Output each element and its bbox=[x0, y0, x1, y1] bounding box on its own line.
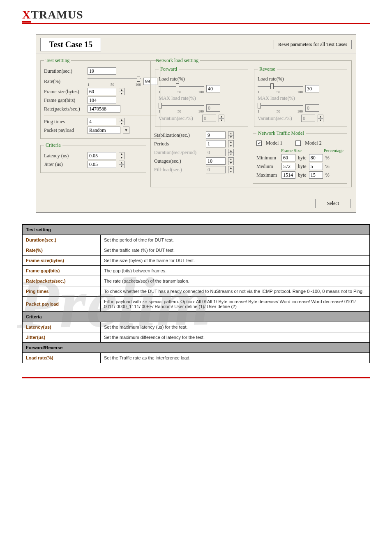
table-row: Rate(%)Set the traffic rate (%) for DUT … bbox=[23, 245, 370, 256]
group-network: Network load settting Forward Load rate(… bbox=[150, 58, 352, 187]
label-frame-gap: Frame gap(bits) bbox=[44, 97, 85, 104]
input-jitter[interactable] bbox=[88, 161, 116, 168]
description-table: Test setting Duration(sec.)Set the perio… bbox=[22, 224, 370, 363]
brand-logo: XTRAMUS bbox=[22, 8, 370, 21]
hdr-forward: Forward/Reverse bbox=[23, 343, 370, 353]
label-max: Maximum bbox=[256, 172, 279, 178]
group-test-setting: Test settting Duration(sec.) Rate(%) bbox=[40, 58, 161, 139]
spinner-jitter[interactable]: ▲▼ bbox=[119, 161, 125, 168]
table-row: Duration(sec.)Set the period of time for… bbox=[23, 235, 370, 245]
header-rule bbox=[22, 23, 370, 24]
input-fwd-load[interactable] bbox=[206, 85, 220, 92]
slider-fwd-max bbox=[159, 103, 204, 108]
spinner-stab[interactable]: ▲▼ bbox=[228, 131, 234, 139]
slider-fwd-load[interactable] bbox=[159, 83, 204, 89]
input-frame-size[interactable] bbox=[88, 88, 116, 95]
table-row: Frame size(bytes)Set the size (bytes) of… bbox=[23, 256, 370, 266]
checkbox-model2[interactable] bbox=[295, 140, 301, 146]
label-ping: Ping times bbox=[44, 119, 85, 125]
input-fwd-max bbox=[206, 104, 220, 112]
slider-rate[interactable] bbox=[88, 76, 141, 82]
legend-criteria: Criteria bbox=[44, 142, 62, 148]
label-payload: Packet payload bbox=[44, 127, 85, 134]
label-latency: Latency (us) bbox=[44, 153, 85, 159]
checkbox-model1[interactable]: ✔ bbox=[256, 140, 262, 146]
input-out[interactable] bbox=[206, 157, 226, 165]
group-reverse: Reverse Load rate(%) 1 50 100 bbox=[254, 66, 347, 127]
chevron-down-icon[interactable]: ▼ bbox=[123, 127, 129, 134]
spinner-rev-var: ▲▼ bbox=[318, 115, 323, 122]
legend-test-setting: Test settting bbox=[44, 58, 71, 64]
input-min-fs[interactable] bbox=[281, 154, 295, 161]
spinner-dpp: ▲▼ bbox=[228, 149, 234, 156]
hdr-test-setting: Test setting bbox=[23, 225, 370, 235]
label-fwd-load: Load rate(%) bbox=[159, 76, 185, 82]
input-rev-load[interactable] bbox=[305, 85, 319, 92]
label-fwd-var: Variation(sec./%) bbox=[159, 115, 200, 122]
input-min-pc[interactable] bbox=[309, 154, 323, 161]
input-fill bbox=[206, 166, 226, 173]
label-rate: Rate(%) bbox=[44, 78, 85, 85]
label-frame-size: Frame size(bytes) bbox=[44, 89, 85, 95]
input-max-fs[interactable] bbox=[281, 171, 295, 179]
input-periods[interactable] bbox=[206, 140, 226, 147]
label-out: Outages(sec.) bbox=[154, 158, 203, 164]
table-row: Rate(packets/sec.)The rate (packets/sec)… bbox=[23, 276, 370, 286]
spinner-ping[interactable]: ▲▼ bbox=[119, 118, 125, 125]
input-ping[interactable] bbox=[88, 118, 116, 125]
legend-reverse: Reverse bbox=[258, 66, 277, 72]
label-rev-load: Load rate(%) bbox=[258, 76, 284, 82]
input-rate-pps[interactable] bbox=[88, 105, 120, 113]
table-row: Load rate(%)Set the Traffic rate as the … bbox=[23, 353, 370, 363]
label-fwd-max: MAX load rate(%) bbox=[159, 95, 196, 101]
slider-rev-load[interactable] bbox=[258, 83, 303, 89]
spinner-latency[interactable]: ▲▼ bbox=[119, 152, 125, 159]
table-row: Ping timesTo check whether the DUT has a… bbox=[23, 286, 370, 297]
input-med-pc[interactable] bbox=[309, 163, 323, 170]
select-payload[interactable] bbox=[88, 127, 120, 134]
label-rev-max: MAX load rate(%) bbox=[258, 95, 295, 101]
label-frame-size-head: Frame Size bbox=[281, 148, 302, 153]
label-model2: Model 2 bbox=[305, 140, 321, 146]
test-case-panel: Test Case 15 Reset parameters for all Te… bbox=[36, 34, 356, 213]
spinner-fill: ▲▼ bbox=[228, 166, 234, 173]
label-fill: Fill-load(sec.) bbox=[154, 167, 203, 173]
table-row: Jitter(us)Set the maximum difference of … bbox=[23, 332, 370, 343]
table-row: Frame gap(bits)The gap (bits) between fr… bbox=[23, 266, 370, 276]
label-min: Minimum bbox=[256, 155, 279, 161]
hdr-criteria: Criteria bbox=[23, 312, 370, 322]
label-jitter: Jitter (us) bbox=[44, 161, 85, 168]
input-med-fs[interactable] bbox=[281, 163, 295, 170]
input-stab[interactable] bbox=[206, 131, 226, 139]
panel-title: Test Case 15 bbox=[40, 38, 101, 51]
label-periods: Periods bbox=[154, 141, 203, 147]
reset-button[interactable]: Reset parameters for all Test Cases bbox=[274, 40, 352, 49]
slider-rev-max bbox=[258, 103, 303, 108]
label-rate-pps: Rate(packets/sec.) bbox=[44, 106, 85, 112]
group-criteria: Criteria Latency (us) ▲▼ Jitter (us) ▲▼ bbox=[40, 142, 146, 173]
input-rev-max bbox=[305, 104, 319, 112]
label-model1: Model 1 bbox=[266, 140, 282, 146]
label-dpp: Duration(sec./period) bbox=[154, 150, 203, 156]
table-row: Packet payload Fill in payload with ×× s… bbox=[23, 297, 370, 312]
input-frame-gap[interactable] bbox=[88, 97, 116, 104]
spinner-frame-size[interactable]: ▲▼ bbox=[119, 88, 125, 95]
select-button[interactable]: Select bbox=[315, 199, 351, 208]
input-duration[interactable] bbox=[88, 67, 116, 75]
table-row: Latency(us)Set the maximum latency (us) … bbox=[23, 322, 370, 332]
legend-ntm: Network Traffic Model bbox=[256, 130, 306, 136]
legend-forward: Forward bbox=[159, 66, 179, 72]
input-dpp bbox=[206, 149, 226, 156]
group-forward: Forward Load rate(%) 1 50 100 bbox=[155, 66, 248, 127]
input-latency[interactable] bbox=[88, 152, 116, 159]
spinner-periods[interactable]: ▲▼ bbox=[228, 140, 234, 147]
footer-rule bbox=[22, 377, 370, 378]
label-percentage-head: Percentage bbox=[324, 148, 344, 153]
input-rev-var bbox=[301, 115, 315, 122]
input-fwd-var bbox=[202, 115, 216, 122]
input-max-pc[interactable] bbox=[309, 171, 323, 179]
spinner-fwd-var: ▲▼ bbox=[219, 115, 224, 122]
spinner-out[interactable]: ▲▼ bbox=[228, 157, 234, 165]
legend-network: Network load settting bbox=[154, 58, 200, 64]
label-stab: Stabilization(sec.) bbox=[154, 132, 203, 138]
